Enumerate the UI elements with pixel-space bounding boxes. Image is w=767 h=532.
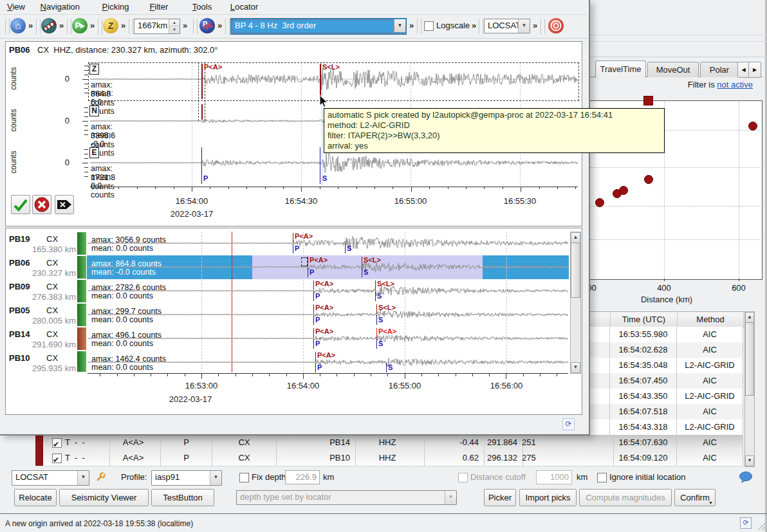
station-row[interactable]: PB06CX230.327 kmamax: 864.8 countsmean: …: [6, 255, 569, 279]
arrivals-header-cell[interactable]: Method: [678, 312, 744, 327]
menu-navigation[interactable]: Navigation: [38, 2, 82, 12]
toolbar-handle[interactable]: [67, 19, 71, 34]
menu-filter[interactable]: Filter: [147, 2, 171, 12]
reject-picks-button[interactable]: [32, 195, 51, 214]
station-row[interactable]: PB09CX276.383 kmamax: 2782.6 countsmean:…: [6, 279, 569, 303]
picker-button[interactable]: Picker: [484, 489, 516, 506]
plot-point[interactable]: [619, 186, 628, 195]
combo-arrow-icon[interactable]: ▼: [210, 471, 221, 485]
overflow-chevron-icon[interactable]: »: [472, 21, 476, 30]
toolbar-handle[interactable]: [541, 19, 545, 34]
spin-down-icon[interactable]: ▼: [169, 26, 180, 33]
pick-sublabel[interactable]: S: [364, 268, 368, 276]
filter-status-link[interactable]: not active: [717, 80, 753, 89]
pick-line-red[interactable]: [293, 233, 293, 243]
test-button[interactable]: TestButton: [151, 489, 214, 506]
pick-line-red[interactable]: [315, 352, 316, 362]
p-pick-label[interactable]: P<A>: [204, 63, 222, 71]
tab-moveout[interactable]: MoveOut: [647, 62, 699, 77]
map-ruler-icon[interactable]: [41, 18, 57, 33]
pick-line-red[interactable]: [313, 304, 314, 314]
pick-sublabel[interactable]: P: [315, 292, 320, 300]
arrivals-row[interactable]: T - -A<A>PCXPB14HHZ-0.44291.86425116:54:…: [35, 435, 743, 451]
toolbar-handle[interactable]: [225, 19, 230, 34]
spin-up-icon[interactable]: ▲: [169, 19, 180, 26]
p-pick-line[interactable]: [201, 64, 203, 99]
pick-line-blue[interactable]: [308, 268, 308, 277]
arrival-used-checkbox[interactable]: [52, 454, 62, 463]
pick-label[interactable]: P<A>: [310, 256, 328, 264]
pick-sublabel[interactable]: P: [310, 268, 314, 276]
compute-magnitudes-button[interactable]: Compute magnitudes: [579, 489, 672, 506]
confirm-dropdown-icon[interactable]: ▼: [708, 500, 713, 505]
overflow-chevron-icon[interactable]: »: [217, 21, 222, 30]
pick-line-blue[interactable]: [375, 291, 376, 301]
pick-line-red[interactable]: [376, 304, 377, 314]
pick-line-blue[interactable]: [313, 291, 314, 301]
pick-line-blue[interactable]: [386, 363, 387, 372]
overflow-chevron-icon[interactable]: »: [59, 21, 64, 30]
depth-type-select[interactable]: depth type set by locator ▼: [236, 490, 457, 505]
toolbar-handle[interactable]: [98, 19, 102, 34]
pick-sublabel[interactable]: P: [317, 363, 322, 371]
s-marker-blue[interactable]: [320, 147, 320, 184]
menu-view[interactable]: View: [5, 2, 28, 12]
tab-polar[interactable]: Polar: [700, 62, 739, 77]
pick-line-red[interactable]: [313, 280, 314, 290]
waveform-p-icon[interactable]: P: [199, 18, 215, 33]
pick-label[interactable]: S<L>: [377, 280, 394, 288]
toolbar-handle[interactable]: [5, 19, 10, 34]
station-row[interactable]: PB10CX295.935 kmamax: 1462.4 countsmean:…: [6, 351, 569, 372]
plot-point-square[interactable]: [643, 96, 653, 105]
pick-sublabel[interactable]: S: [388, 363, 393, 371]
pick-label[interactable]: P<A>: [378, 327, 396, 335]
toolbar-handle[interactable]: [479, 19, 483, 34]
locator-settings-wrench-icon[interactable]: [95, 472, 106, 483]
import-picks-button[interactable]: Import picks: [519, 489, 577, 506]
station-row[interactable]: PB05CX280.005 kmamax: 299.7 countsmean: …: [6, 303, 569, 327]
overflow-chevron-icon[interactable]: »: [90, 21, 95, 30]
resize-grip-icon[interactable]: [757, 522, 766, 531]
pick-sublabel[interactable]: P: [295, 244, 299, 252]
station-list-scrollbar[interactable]: ▲ ▼: [570, 232, 581, 374]
pick-line-red[interactable]: [313, 328, 314, 338]
pick-line-red[interactable]: [376, 328, 377, 338]
toolbar-handle[interactable]: [36, 19, 41, 34]
combo-arrow-icon[interactable]: ▼: [518, 19, 530, 33]
plot-point[interactable]: [595, 198, 604, 207]
plot-point[interactable]: [644, 175, 653, 184]
scroll-down-icon[interactable]: ▼: [571, 362, 580, 373]
p-marker-label[interactable]: P: [203, 174, 208, 182]
pick-label[interactable]: S<L>: [378, 304, 396, 311]
pick-label[interactable]: P<A>: [315, 304, 333, 311]
cutoff-input[interactable]: 1000: [536, 470, 572, 484]
tab-scroll-right-button[interactable]: ▶: [748, 62, 761, 78]
toolbar-handle[interactable]: [129, 19, 133, 34]
pick-sublabel[interactable]: S: [378, 316, 383, 324]
pick-line-blue[interactable]: [313, 315, 314, 325]
locator-select[interactable]: LOCSAT ▼: [12, 470, 89, 486]
confirm-button[interactable]: Confirm ▼: [674, 489, 716, 506]
logscale-checkbox[interactable]: [424, 21, 434, 31]
pick-sublabel[interactable]: P: [315, 316, 320, 324]
pick-label[interactable]: P<A>: [315, 280, 333, 288]
arrivals-header-cell[interactable]: Time (UTC): [611, 312, 678, 327]
arrival-used-checkbox[interactable]: [52, 438, 62, 448]
depth-input[interactable]: 226.9: [285, 470, 320, 484]
menu-locator[interactable]: Locator: [228, 2, 261, 12]
combo-arrow-icon[interactable]: ▼: [77, 471, 89, 485]
plot-point[interactable]: [748, 122, 757, 131]
relocate-button[interactable]: Relocate: [14, 489, 57, 506]
pick-sublabel[interactable]: S: [377, 292, 382, 300]
pick-label[interactable]: S<L>: [364, 256, 381, 264]
pick-line-blue[interactable]: [293, 244, 293, 253]
pick-line-blue[interactable]: [315, 363, 316, 372]
scrollbar-thumb[interactable]: [571, 243, 580, 298]
pick-sublabel[interactable]: S: [347, 244, 351, 252]
toolbar-handle[interactable]: [193, 19, 198, 34]
arrivals-row[interactable]: T - -A<A>PCXPB10HHZ0.62296.13227516:54:0…: [35, 450, 743, 466]
filter-select[interactable]: BP 4 - 8 Hz 3rd order ▼: [230, 18, 407, 35]
pick-line-red[interactable]: [362, 257, 362, 266]
home-icon[interactable]: ⌂: [10, 18, 26, 33]
scrollbar-thumb[interactable]: [745, 322, 754, 396]
